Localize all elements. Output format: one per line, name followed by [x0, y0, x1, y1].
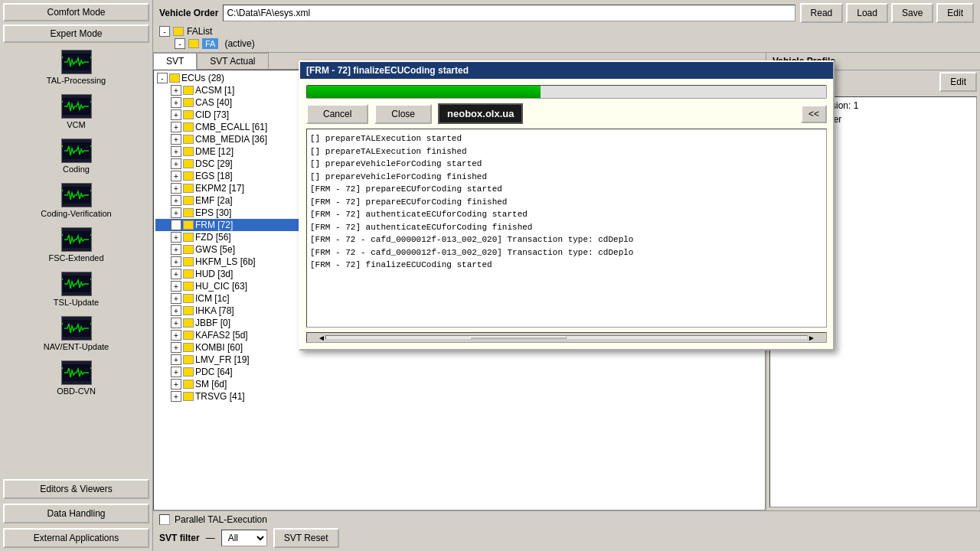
ecu-expand[interactable]: +	[171, 391, 181, 402]
scrollbar-thumb[interactable]	[470, 336, 567, 339]
sidebar-item-vcm[interactable]: VCM	[3, 90, 149, 133]
tab-svt-actual[interactable]: SVT Actual	[197, 53, 268, 69]
svt-filter-select[interactable]: All	[221, 530, 267, 546]
close-button[interactable]: Close	[374, 104, 432, 124]
ecu-expand[interactable]: +	[171, 146, 181, 157]
ecu-folder-icon	[183, 171, 194, 181]
parallel-label: Parallel TAL-Execution	[175, 514, 267, 525]
coding-icon	[61, 139, 92, 163]
edit-button[interactable]: Edit	[936, 3, 974, 23]
sidebar-item-tal-processing[interactable]: TAL-Processing	[3, 46, 149, 89]
parallel-checkbox[interactable]	[159, 514, 170, 525]
ecu-expand[interactable]: +	[171, 281, 181, 292]
ecus-expand-icon[interactable]: -	[157, 73, 168, 83]
modal-titlebar: [FRM - 72] finalizeECUCoding started	[300, 62, 833, 79]
vp-edit-button[interactable]: Edit	[939, 72, 977, 92]
cancel-button[interactable]: Cancel	[306, 104, 368, 124]
ecu-expand[interactable]: +	[171, 354, 181, 365]
ecu-label: FRM [72]	[195, 220, 233, 230]
ecu-expand[interactable]: +	[171, 367, 181, 377]
ecu-expand[interactable]: +	[171, 207, 181, 218]
falist-expand[interactable]: -	[159, 26, 170, 37]
ecu-label: EPS [30]	[195, 207, 231, 218]
vcm-label: VCM	[67, 120, 85, 129]
ecu-folder-icon	[183, 343, 194, 352]
ecu-folder-icon	[183, 147, 194, 156]
log-line: [FRM - 72] prepareECUforCoding finished	[310, 196, 823, 209]
tsl-update-icon	[61, 272, 92, 296]
log-line: [FRM - 72] finalizeECUCoding started	[310, 259, 823, 272]
ecu-expand[interactable]: +	[171, 269, 181, 279]
ecu-expand[interactable]: +	[171, 158, 181, 169]
ecu-expand[interactable]: +	[171, 122, 181, 132]
comfort-mode-button[interactable]: Comfort Mode	[3, 3, 149, 21]
ecu-item[interactable]: + LMV_FR [19]	[155, 354, 763, 366]
modal-dialog: [FRM - 72] finalizeECUCoding started Can…	[299, 60, 835, 350]
log-line: [FRM - 72] authenticateECUforCoding star…	[310, 208, 823, 221]
ecu-expand[interactable]: +	[171, 256, 181, 267]
data-handling-button[interactable]: Data Handling	[3, 504, 149, 523]
ecu-expand[interactable]: +	[171, 318, 181, 328]
progress-bar-container	[306, 85, 827, 99]
scroll-right-btn[interactable]: ►	[808, 334, 815, 342]
ecu-item[interactable]: + PDC [64]	[155, 366, 763, 378]
ecu-expand[interactable]: +	[171, 244, 181, 255]
ecu-expand[interactable]: +	[171, 293, 181, 304]
sidebar-item-nav-ent-update[interactable]: NAV/ENT-Update	[3, 312, 149, 355]
ecu-expand[interactable]: +	[171, 109, 181, 120]
expert-mode-button[interactable]: Expert Mode	[3, 24, 149, 43]
fa-expand[interactable]: -	[175, 38, 185, 49]
sidebar-item-fsc-extended[interactable]: FSC-Extended	[3, 223, 149, 266]
ecu-item[interactable]: + TRSVG [41]	[155, 390, 763, 403]
ecu-label: CMB_MEDIA [36]	[195, 134, 267, 145]
ecu-expand[interactable]: +	[171, 183, 181, 194]
ecu-expand[interactable]: +	[171, 171, 181, 181]
sidebar-item-obd-cvn[interactable]: OBD-CVN	[3, 357, 149, 399]
ecu-expand[interactable]: +	[171, 330, 181, 341]
nav-button[interactable]: <<	[801, 105, 827, 123]
obd-cvn-label: OBD-CVN	[57, 386, 96, 396]
nav-ent-update-label: NAV/ENT-Update	[44, 342, 109, 351]
ecu-item[interactable]: + SM [6d]	[155, 378, 763, 390]
path-input[interactable]	[223, 5, 795, 21]
ecu-expand[interactable]: +	[171, 379, 181, 390]
ecu-label: CAS [40]	[195, 97, 232, 108]
external-applications-button[interactable]: External Applications	[3, 528, 149, 548]
ecu-expand[interactable]: +	[171, 305, 181, 316]
read-button[interactable]: Read	[800, 3, 844, 23]
ecu-expand[interactable]: +	[171, 220, 181, 230]
ecu-expand[interactable]: +	[171, 97, 181, 108]
ecu-expand[interactable]: +	[171, 85, 181, 96]
load-button[interactable]: Load	[846, 3, 888, 23]
scrollbar-track[interactable]	[325, 335, 808, 340]
log-line: [] prepareTALExecution finished	[310, 145, 823, 158]
ecu-folder-icon	[183, 294, 194, 303]
log-area: [] prepareTALExecution started[] prepare…	[306, 129, 827, 328]
ecu-expand[interactable]: +	[171, 342, 181, 353]
editors-viewers-button[interactable]: Editors & Viewers	[3, 479, 149, 499]
ecu-label: HKFM_LS [6b]	[195, 256, 256, 267]
ecu-label: HU_CIC [63]	[195, 281, 247, 292]
ecu-label: IHKA [78]	[195, 305, 234, 316]
ecu-folder-icon	[183, 98, 194, 107]
save-button[interactable]: Save	[891, 3, 933, 23]
scroll-left-btn[interactable]: ◄	[318, 334, 325, 342]
horizontal-scrollbar[interactable]: ◄ ►	[306, 332, 827, 343]
nav-ent-update-icon	[61, 316, 92, 341]
log-line: [] prepareVehicleForCoding started	[310, 158, 823, 171]
fa-label: FA	[202, 38, 218, 49]
sidebar-item-tsl-update[interactable]: TSL-Update	[3, 268, 149, 311]
ecu-expand[interactable]: +	[171, 232, 181, 243]
vehicle-order-label: Vehicle Order	[159, 8, 218, 18]
sidebar-item-coding-verification[interactable]: Coding-Verification	[3, 179, 149, 222]
sidebar-item-coding[interactable]: Coding	[3, 135, 149, 178]
svt-reset-button[interactable]: SVT Reset	[273, 528, 339, 548]
tab-svt[interactable]: SVT	[153, 53, 197, 70]
ecu-expand[interactable]: +	[171, 134, 181, 145]
ecu-folder-icon	[183, 257, 194, 266]
ecu-folder-icon	[183, 245, 194, 254]
ecu-expand[interactable]: +	[171, 195, 181, 206]
ecu-folder-icon	[183, 86, 194, 95]
ecu-folder-icon	[183, 110, 194, 119]
coding-verification-icon	[61, 183, 92, 207]
